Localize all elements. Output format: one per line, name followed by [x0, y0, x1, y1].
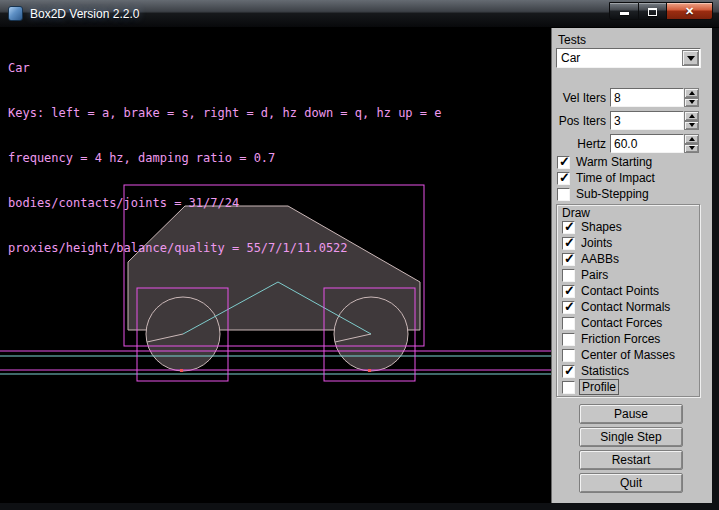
checkbox-aabbs[interactable]: AABBs: [562, 252, 619, 266]
pos-iters-label: Pos Iters: [552, 114, 606, 128]
checkbox-pairs[interactable]: Pairs: [562, 268, 608, 282]
checkbox-box: [557, 156, 570, 169]
window-frame-bottom: [0, 503, 719, 510]
checkbox-box: [562, 221, 575, 234]
checkbox-label: Contact Points: [581, 284, 659, 298]
dropdown-arrow-button[interactable]: [682, 50, 699, 66]
checkbox-label: AABBs: [581, 252, 619, 266]
checkbox-box: [562, 333, 575, 346]
checkbox-label: Profile: [579, 379, 619, 395]
app-icon: [8, 6, 23, 21]
checkbox-box: [562, 301, 575, 314]
checkbox-box: [562, 349, 575, 362]
debug-text-line: Keys: left = a, brake = s, right = d, hz…: [8, 106, 441, 121]
vel-iters-spinner: [684, 88, 699, 107]
checkbox-center-of-masses[interactable]: Center of Masses: [562, 348, 675, 362]
checkbox-time-of-impact[interactable]: Time of Impact: [557, 171, 655, 185]
debug-text-line: Car: [8, 61, 441, 76]
pause-button[interactable]: Pause: [579, 404, 683, 424]
checkbox-box: [557, 172, 570, 185]
vel-iters-label: Vel Iters: [552, 91, 606, 105]
single-step-button[interactable]: Single Step: [579, 427, 683, 447]
checkbox-shapes[interactable]: Shapes: [562, 220, 622, 234]
checkbox-box: [562, 365, 575, 378]
restart-button[interactable]: Restart: [579, 450, 683, 470]
checkbox-box: [562, 269, 575, 282]
debug-text-block: Car Keys: left = a, brake = s, right = d…: [8, 31, 441, 286]
tests-dropdown[interactable]: Car: [556, 48, 701, 68]
checkbox-contact-points[interactable]: Contact Points: [562, 284, 659, 298]
control-panel: Tests Car Vel Iters Pos Iters Hertz: [551, 28, 712, 503]
checkbox-friction-forces[interactable]: Friction Forces: [562, 332, 660, 346]
checkbox-label: Sub-Stepping: [576, 187, 649, 201]
minimize-button[interactable]: [609, 2, 639, 20]
hertz-spin-down[interactable]: [684, 144, 699, 154]
hertz-spinner: [684, 134, 699, 153]
checkbox-warm-starting[interactable]: Warm Starting: [557, 155, 652, 169]
checkbox-label: Time of Impact: [576, 171, 655, 185]
checkbox-box: [562, 285, 575, 298]
debug-text-line: bodies/contacts/joints = 31/7/24: [8, 196, 441, 211]
checkbox-box: [562, 237, 575, 250]
pos-iters-spinner: [684, 111, 699, 130]
close-button[interactable]: ✕: [667, 2, 713, 20]
pos-iters-input[interactable]: [610, 111, 684, 130]
checkbox-profile[interactable]: Profile: [562, 380, 619, 394]
minimize-icon: [620, 12, 629, 15]
checkbox-label: Center of Masses: [581, 348, 675, 362]
checkbox-contact-forces[interactable]: Contact Forces: [562, 316, 662, 330]
checkbox-box: [557, 188, 570, 201]
vel-iters-spin-down[interactable]: [684, 98, 699, 108]
checkbox-label: Contact Normals: [581, 300, 670, 314]
checkbox-sub-stepping[interactable]: Sub-Stepping: [557, 187, 649, 201]
pos-iters-spin-down[interactable]: [684, 121, 699, 131]
quit-button[interactable]: Quit: [579, 473, 683, 493]
checkbox-label: Warm Starting: [576, 155, 652, 169]
simulation-canvas[interactable]: Car Keys: left = a, brake = s, right = d…: [0, 28, 551, 503]
vel-iters-input[interactable]: [610, 88, 684, 107]
hertz-label: Hertz: [552, 137, 606, 151]
checkbox-box: [562, 317, 575, 330]
hertz-spin-up[interactable]: [684, 134, 699, 144]
maximize-icon: [648, 8, 657, 16]
window-controls: ✕: [609, 2, 713, 20]
checkbox-box: [562, 253, 575, 266]
maximize-button[interactable]: [639, 2, 667, 20]
checkbox-label: Shapes: [581, 220, 622, 234]
app-window: Box2D Version 2.2.0 ✕: [0, 0, 719, 510]
close-icon: ✕: [667, 5, 712, 18]
checkbox-box: [562, 381, 575, 394]
vel-iters-spin-up[interactable]: [684, 88, 699, 98]
checkbox-label: Joints: [581, 236, 612, 250]
checkbox-label: Contact Forces: [581, 316, 662, 330]
debug-text-line: proxies/height/balance/quality = 55/7/1/…: [8, 241, 441, 256]
window-title: Box2D Version 2.2.0: [30, 7, 139, 21]
pos-iters-spin-up[interactable]: [684, 111, 699, 121]
tests-dropdown-value: Car: [561, 51, 580, 65]
checkbox-statistics[interactable]: Statistics: [562, 364, 629, 378]
contact-point-front: [368, 369, 371, 372]
checkbox-label: Friction Forces: [581, 332, 660, 346]
checkbox-label: Pairs: [581, 268, 608, 282]
checkbox-joints[interactable]: Joints: [562, 236, 612, 250]
contact-point-rear: [180, 369, 183, 372]
hertz-input[interactable]: [610, 134, 684, 153]
debug-text-line: frequency = 4 hz, damping ratio = 0.7: [8, 151, 441, 166]
checkbox-contact-normals[interactable]: Contact Normals: [562, 300, 670, 314]
checkbox-label: Statistics: [581, 364, 629, 378]
tests-label: Tests: [558, 33, 586, 47]
window-frame-right: [712, 28, 719, 503]
titlebar[interactable]: Box2D Version 2.2.0 ✕: [0, 0, 719, 28]
